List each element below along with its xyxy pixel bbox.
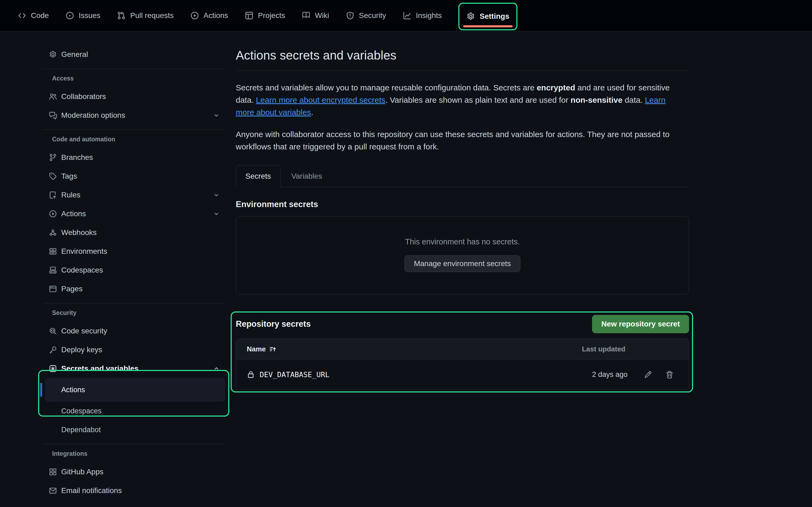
sidebar-item-environments[interactable]: Environments (42, 242, 225, 261)
sidebar-divider (42, 69, 225, 69)
sidebar-section-security: Security (42, 308, 225, 317)
nav-tab-settings[interactable]: Settings (466, 12, 509, 21)
nav-tab-actions[interactable]: Actions (190, 11, 228, 20)
sidebar-item-rules[interactable]: Rules (42, 186, 225, 205)
sidebar-item-actions[interactable]: Actions (42, 205, 225, 223)
name-column-header: Name (247, 345, 266, 353)
key-asterisk-icon (49, 364, 57, 373)
mail-icon (49, 487, 57, 495)
nav-tab-code[interactable]: Code (18, 11, 49, 20)
sidebar-item-label: Dependabot (61, 426, 101, 434)
sidebar-divider (42, 303, 225, 303)
sidebar-section-access: Access (42, 74, 225, 83)
settings-sidebar: General Access Collaborators Moderation … (42, 32, 225, 500)
sidebar-item-webhooks[interactable]: Webhooks (42, 223, 225, 242)
table-icon (245, 11, 253, 20)
nav-tab-label: Insights (416, 11, 442, 20)
active-tab-underline (463, 25, 512, 27)
apps-icon (49, 468, 57, 476)
sidebar-item-label: Webhooks (61, 228, 97, 237)
last-updated-column-header: Last updated (582, 345, 625, 353)
sidebar-subitem-actions[interactable]: Actions (45, 378, 225, 402)
key-icon (49, 346, 57, 354)
annotation-box-settings-tab: Settings (458, 3, 517, 30)
intro-text: . (311, 108, 313, 117)
secrets-variables-tabbar: Secrets Variables (236, 165, 689, 187)
sidebar-item-secrets-and-variables[interactable]: Secrets and variables (42, 359, 225, 378)
play-icon (49, 210, 57, 218)
sidebar-item-label: Codespaces (61, 266, 103, 274)
sidebar-item-label: GitHub Apps (61, 467, 103, 476)
manage-environment-secrets-button[interactable]: Manage environment secrets (404, 256, 520, 272)
secret-last-updated: 2 days ago (592, 371, 627, 379)
sidebar-item-pages[interactable]: Pages (42, 280, 225, 298)
sidebar-subitem-codespaces[interactable]: Codespaces (45, 402, 225, 420)
graph-icon (403, 11, 411, 20)
sidebar-item-label: Collaborators (61, 92, 106, 101)
repository-secrets-table: Name Last updated DEV_DATABASE_URL 2 day… (236, 339, 689, 390)
people-icon (49, 93, 57, 101)
sidebar-item-branches[interactable]: Branches (42, 148, 225, 167)
sidebar-item-label: General (61, 50, 88, 59)
nav-tab-label: Settings (479, 12, 509, 21)
intro-paragraph: Secrets and variables allow you to manag… (236, 81, 684, 119)
nav-tab-projects[interactable]: Projects (245, 11, 285, 20)
tag-icon (49, 172, 57, 180)
nav-tab-pull-requests[interactable]: Pull requests (117, 11, 174, 20)
sidebar-item-tags[interactable]: Tags (42, 167, 225, 186)
sidebar-divider (42, 129, 225, 130)
sidebar-item-label: Code security (61, 327, 107, 335)
sidebar-item-collaborators[interactable]: Collaborators (42, 87, 225, 106)
nav-tab-issues[interactable]: Issues (65, 11, 100, 20)
sidebar-subitem-dependabot[interactable]: Dependabot (45, 420, 225, 439)
comment-discussion-icon (49, 111, 57, 119)
book-icon (302, 11, 310, 20)
intro-bold-encrypted: encrypted (537, 83, 575, 92)
nav-tab-label: Issues (79, 11, 100, 20)
nav-tab-label: Security (359, 11, 386, 20)
sidebar-item-label: Email notifications (61, 486, 122, 495)
table-header-row: Name Last updated (236, 339, 689, 359)
secret-table-row: DEV_DATABASE_URL 2 days ago (236, 359, 689, 390)
intro-text: Secrets and variables allow you to manag… (236, 83, 537, 92)
gear-icon (466, 12, 475, 21)
play-icon (190, 11, 199, 20)
repo-nav-bar: Code Issues Pull requests Actions Projec… (0, 0, 812, 32)
chevron-down-icon (213, 211, 220, 217)
delete-secret-button[interactable] (665, 371, 674, 379)
chevron-down-icon (213, 112, 220, 119)
sidebar-item-code-security[interactable]: Code security (42, 322, 225, 340)
tab-secrets[interactable]: Secrets (236, 165, 281, 187)
browser-icon (49, 285, 57, 293)
tab-variables[interactable]: Variables (281, 165, 333, 187)
sidebar-item-label: Pages (61, 285, 83, 293)
gear-icon (49, 50, 57, 58)
server-icon (49, 247, 57, 256)
sidebar-item-general[interactable]: General (42, 45, 225, 64)
sidebar-item-deploy-keys[interactable]: Deploy keys (42, 340, 225, 359)
sidebar-item-github-apps[interactable]: GitHub Apps (42, 462, 225, 481)
git-branch-icon (49, 154, 57, 162)
sort-by-name-header[interactable]: Name (247, 345, 276, 353)
environment-empty-message: This environment has no secrets. (236, 237, 689, 246)
page-title: Actions secrets and variables (236, 48, 689, 63)
environment-secrets-heading: Environment secrets (236, 200, 689, 209)
chevron-up-icon (213, 365, 220, 372)
sidebar-item-label: Secrets and variables (61, 364, 139, 373)
sidebar-item-email-notifications[interactable]: Email notifications (42, 481, 225, 500)
issue-opened-icon (65, 11, 74, 20)
sidebar-section-code-automation: Code and automation (42, 135, 225, 144)
title-divider (236, 70, 689, 71)
collaborator-access-paragraph: Anyone with collaborator access to this … (236, 128, 684, 153)
edit-secret-button[interactable] (644, 371, 652, 379)
new-repository-secret-button[interactable]: New repository secret (592, 315, 689, 333)
nav-tab-security[interactable]: Security (346, 11, 386, 20)
sidebar-item-codespaces[interactable]: Codespaces (42, 261, 225, 280)
sidebar-item-moderation-options[interactable]: Moderation options (42, 106, 225, 125)
nav-tab-wiki[interactable]: Wiki (302, 11, 329, 20)
link-encrypted-secrets[interactable]: Learn more about encrypted secrets (256, 96, 385, 104)
sidebar-item-label: Actions (61, 386, 85, 394)
intro-text: . Variables are shown as plain text and … (385, 96, 571, 104)
shield-icon (346, 11, 354, 20)
nav-tab-insights[interactable]: Insights (403, 11, 442, 20)
